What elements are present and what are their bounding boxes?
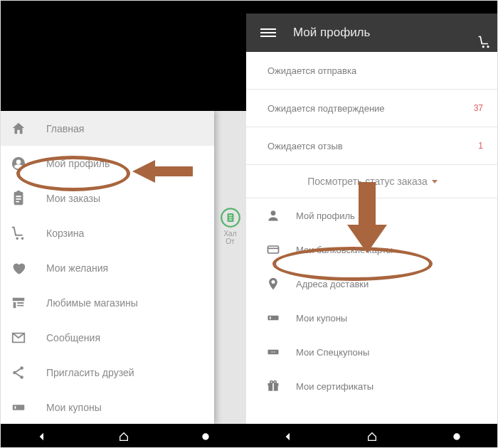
svg-rect-16 bbox=[268, 350, 279, 355]
heart-icon bbox=[11, 260, 26, 276]
statusbar-area bbox=[1, 1, 246, 111]
svg-point-10 bbox=[202, 433, 208, 439]
acct-address[interactable]: Адреса доставки bbox=[246, 267, 498, 301]
location-icon bbox=[266, 277, 280, 291]
user-icon bbox=[11, 156, 26, 171]
status-label: Ожидается отправка bbox=[267, 65, 356, 76]
nav-wishlist[interactable]: Мои желания bbox=[1, 250, 214, 285]
svg-point-17 bbox=[272, 351, 273, 353]
store-icon bbox=[11, 295, 26, 311]
nav-invite[interactable]: Пригласить друзей bbox=[1, 355, 214, 390]
nav-coupons[interactable]: Мои купоны bbox=[1, 390, 214, 425]
back-icon[interactable] bbox=[36, 431, 48, 442]
recent-icon[interactable] bbox=[451, 431, 462, 442]
status-count: 37 bbox=[474, 103, 483, 113]
status-confirmation[interactable]: Ожидается подтверждение 37 bbox=[246, 90, 498, 127]
nav-label: Мои желания bbox=[46, 262, 108, 274]
user-icon bbox=[266, 208, 280, 223]
nav-home[interactable]: Главная bbox=[1, 111, 214, 146]
chevron-down-icon bbox=[432, 180, 438, 183]
svg-point-11 bbox=[271, 210, 276, 215]
cart-icon[interactable] bbox=[477, 35, 492, 53]
acct-profile[interactable]: Мой профиль bbox=[246, 198, 498, 233]
left-phone: Хал От Главная Мой профиль Мои заказы Ко… bbox=[1, 1, 246, 448]
statusbar bbox=[246, 1, 498, 14]
svg-point-23 bbox=[274, 381, 276, 383]
nav-messages[interactable]: Сообщения bbox=[1, 320, 214, 355]
background-content-peek: Хал От bbox=[214, 207, 246, 245]
card-icon bbox=[266, 242, 280, 257]
svg-point-18 bbox=[274, 351, 275, 353]
appbar-title: Мой профиль bbox=[293, 26, 370, 40]
nav-profile[interactable]: Мой профиль bbox=[1, 146, 214, 181]
svg-rect-15 bbox=[270, 316, 271, 319]
navigation-drawer: Главная Мой профиль Мои заказы Корзина М… bbox=[1, 111, 214, 424]
nav-label: Мои купоны bbox=[46, 402, 102, 413]
acct-label: Мой профиль bbox=[296, 210, 355, 221]
acct-label: Мои сертификаты bbox=[296, 381, 374, 392]
nav-fav-stores[interactable]: Любимые магазины bbox=[1, 285, 214, 320]
nav-label: Пригласить друзей bbox=[46, 367, 134, 378]
mail-icon bbox=[11, 330, 26, 346]
status-label: Ожидается подтверждение bbox=[267, 103, 385, 114]
svg-rect-12 bbox=[268, 246, 279, 253]
nav-label: Корзина bbox=[46, 228, 84, 239]
android-navbar bbox=[1, 424, 246, 448]
svg-rect-13 bbox=[268, 248, 279, 250]
status-label: Ожидается отзыв bbox=[267, 141, 343, 151]
acct-spec-coupons[interactable]: Мои Спецкупоны bbox=[246, 335, 498, 369]
home-nav-icon[interactable] bbox=[366, 431, 378, 442]
appbar: Мой профиль bbox=[246, 14, 498, 52]
home-nav-icon[interactable] bbox=[118, 431, 129, 442]
acct-label: Адреса доставки bbox=[296, 279, 369, 289]
right-phone: Мой профиль Ожидается отправка Ожидается… bbox=[246, 1, 498, 448]
svg-point-24 bbox=[453, 433, 460, 439]
drawer-backdrop[interactable] bbox=[214, 111, 246, 424]
hamburger-icon[interactable] bbox=[260, 26, 276, 39]
nav-label: Любимые магазины bbox=[46, 297, 138, 309]
acct-cards[interactable]: Мои банковские карты bbox=[246, 233, 498, 267]
nav-label: Главная bbox=[46, 123, 84, 134]
svg-rect-21 bbox=[272, 383, 274, 391]
back-icon[interactable] bbox=[282, 431, 294, 442]
nav-orders[interactable]: Мои заказы bbox=[1, 181, 214, 215]
view-status-label: Посмотреть статус заказа bbox=[307, 176, 428, 187]
coupon-icon bbox=[11, 400, 26, 415]
android-navbar bbox=[246, 424, 498, 448]
acct-label: Мои Спецкупоны bbox=[296, 347, 369, 358]
status-review[interactable]: Ожидается отзыв 1 bbox=[246, 127, 498, 165]
nav-cart[interactable]: Корзина bbox=[1, 215, 214, 250]
share-icon bbox=[11, 365, 26, 380]
gift-icon bbox=[266, 379, 280, 393]
acct-label: Мои банковские карты bbox=[296, 245, 393, 255]
home-icon bbox=[11, 121, 26, 137]
svg-point-22 bbox=[270, 381, 272, 383]
nav-label: Мои заказы bbox=[46, 193, 100, 204]
status-count: 1 bbox=[478, 141, 483, 151]
profile-content: Ожидается отправка Ожидается подтвержден… bbox=[246, 52, 498, 424]
nav-label: Сообщения bbox=[46, 332, 100, 343]
nav-label: Мой профиль bbox=[46, 158, 110, 169]
svg-rect-9 bbox=[15, 406, 16, 409]
recent-icon[interactable] bbox=[200, 431, 211, 442]
clipboard-icon bbox=[11, 191, 26, 206]
coupon-icon bbox=[266, 311, 280, 325]
acct-coupons[interactable]: Мои купоны bbox=[246, 301, 498, 335]
acct-gift[interactable]: Мои сертификаты bbox=[246, 369, 498, 403]
svg-rect-8 bbox=[13, 405, 25, 410]
cart-icon bbox=[11, 225, 26, 241]
status-shipping[interactable]: Ожидается отправка bbox=[246, 52, 498, 90]
view-order-status[interactable]: Посмотреть статус заказа bbox=[246, 165, 498, 198]
svg-rect-14 bbox=[268, 316, 279, 321]
acct-label: Мои купоны bbox=[296, 313, 347, 324]
ticket-icon bbox=[266, 345, 280, 359]
